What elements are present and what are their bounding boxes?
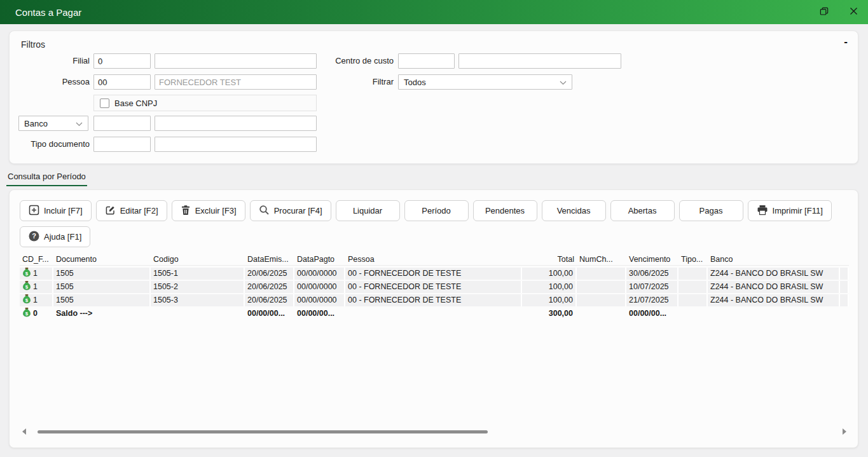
cell-codigo: 1505-3 xyxy=(151,294,245,306)
titlebar: Contas a Pagar xyxy=(0,0,868,24)
money-bag-icon: $ xyxy=(22,308,31,320)
cell-documento: 1505 xyxy=(53,281,151,293)
tab-active-indicator xyxy=(6,185,87,186)
banco-field-dropdown[interactable]: Banco xyxy=(18,116,88,131)
procurar-button[interactable]: Procurar [F4] xyxy=(250,200,331,221)
money-bag-icon: $ xyxy=(22,281,31,293)
cell-vencimento: 21/07/2025 xyxy=(626,294,679,306)
table-row[interactable]: $ 1 1505 1505-2 20/06/2025 00/00/0000 00… xyxy=(20,280,849,294)
filial-code-input[interactable] xyxy=(93,53,151,69)
cell-codigo: 1505-1 xyxy=(151,268,245,280)
restore-button[interactable] xyxy=(809,0,839,24)
ajuda-button[interactable]: ? Ajuda [F1] xyxy=(20,226,90,247)
centro-custo-label: Centro de custo xyxy=(273,53,394,69)
table-header: CD_F... Documento Codigo DataEmis... Dat… xyxy=(20,254,849,266)
help-icon: ? xyxy=(29,231,39,243)
cell-pessoa: 00 - FORNECEDOR DE TESTE xyxy=(345,268,522,280)
cell-numch xyxy=(577,268,626,280)
cell-dataemis: 00/00/00... xyxy=(245,308,294,320)
incluir-button[interactable]: Incluir [F7] xyxy=(20,200,92,221)
cell-spacer xyxy=(840,268,849,280)
col-header-datapagto[interactable]: DataPagto xyxy=(294,255,345,264)
col-header-dataemis[interactable]: DataEmis... xyxy=(245,255,294,264)
cd-value: 1 xyxy=(33,294,38,306)
window-controls xyxy=(809,0,868,24)
cell-tipo xyxy=(679,281,708,293)
table-row[interactable]: $ 1 1505 1505-3 20/06/2025 00/00/0000 00… xyxy=(20,294,849,307)
tipo-documento-code-input[interactable] xyxy=(93,137,151,152)
cell-total: 100,00 xyxy=(522,268,577,280)
filtrar-dropdown[interactable]: Todos xyxy=(398,74,572,90)
cell-documento: 1505 xyxy=(53,294,151,306)
cell-vencimento: 10/07/2025 xyxy=(626,281,679,293)
excluir-button[interactable]: Excluir [F3] xyxy=(172,200,245,221)
edit-icon xyxy=(105,205,116,217)
scrollbar-thumb[interactable] xyxy=(38,430,488,433)
vencidas-button[interactable]: Vencidas xyxy=(542,200,606,221)
tab-consulta-por-periodo[interactable]: Consulta por Período xyxy=(6,170,87,186)
cell-documento: Saldo ---> xyxy=(53,308,151,320)
restore-icon xyxy=(820,7,829,18)
money-bag-icon: $ xyxy=(22,294,31,306)
filtrar-selected-value: Todos xyxy=(404,78,426,87)
cell-total: 300,00 xyxy=(522,308,577,320)
printer-icon xyxy=(757,205,768,217)
banco-selected-value: Banco xyxy=(24,119,48,128)
cell-numch xyxy=(577,281,626,293)
cell-total: 100,00 xyxy=(522,294,577,306)
pessoa-code-input[interactable] xyxy=(93,74,151,90)
close-button[interactable] xyxy=(839,0,868,24)
col-header-numch[interactable]: NumCh... xyxy=(577,255,626,264)
centro-custo-code-input[interactable] xyxy=(398,53,455,69)
table-row[interactable]: $ 1 1505 1505-1 20/06/2025 00/00/0000 00… xyxy=(20,267,849,280)
close-icon xyxy=(850,7,858,17)
scroll-right-icon[interactable] xyxy=(840,426,849,437)
cell-codigo: 1505-2 xyxy=(151,281,245,293)
banco-name-input[interactable] xyxy=(155,116,317,131)
filtrar-label: Filtrar xyxy=(273,74,394,90)
banco-code-input[interactable] xyxy=(93,116,151,131)
toolbar-row-2: ? Ajuda [F1] xyxy=(20,226,90,247)
window-title: Contas a Pagar xyxy=(15,7,81,18)
cell-codigo xyxy=(151,308,245,320)
col-header-codigo[interactable]: Codigo xyxy=(151,255,245,264)
cell-datapagto: 00/00/0000 xyxy=(294,281,345,293)
pagas-button[interactable]: Pagas xyxy=(679,200,743,221)
col-header-vencimento[interactable]: Vencimento xyxy=(626,255,679,264)
cell-spacer xyxy=(840,281,849,293)
saldo-row: $ 0 Saldo ---> 00/00/00... 00/00/00... 3… xyxy=(20,307,849,320)
cell-tipo xyxy=(679,308,708,320)
cell-spacer xyxy=(840,308,849,320)
centro-custo-name-input[interactable] xyxy=(458,53,621,69)
liquidar-button[interactable]: Liquidar xyxy=(336,200,400,221)
filters-panel-title: Filtros xyxy=(21,39,45,50)
cell-numch xyxy=(577,294,626,306)
imprimir-button[interactable]: Imprimir [F11] xyxy=(748,200,832,221)
cell-vencimento: 30/06/2025 xyxy=(626,268,679,280)
col-header-tipo[interactable]: Tipo... xyxy=(679,255,708,264)
col-header-cdf[interactable]: CD_F... xyxy=(20,255,53,264)
scrollbar-track[interactable] xyxy=(29,426,840,437)
cell-dataemis: 20/06/2025 xyxy=(245,281,294,293)
scroll-left-icon[interactable] xyxy=(20,426,29,437)
collapse-filters-button[interactable]: - xyxy=(844,36,848,47)
base-cnpj-checkbox[interactable] xyxy=(100,99,109,108)
money-bag-icon: $ xyxy=(22,268,31,280)
abertas-button[interactable]: Abertas xyxy=(610,200,675,221)
col-header-total[interactable]: Total xyxy=(522,255,577,264)
tipo-documento-name-input[interactable] xyxy=(155,137,317,152)
cd-value: 1 xyxy=(33,268,38,280)
cell-tipo xyxy=(679,294,708,306)
toolbar-row-1: Incluir [F7] Editar [F2] Excluir [F3] xyxy=(20,200,832,221)
svg-text:$: $ xyxy=(25,270,29,276)
col-header-pessoa[interactable]: Pessoa xyxy=(345,255,522,264)
periodo-button[interactable]: Período xyxy=(404,200,469,221)
results-panel: Incluir [F7] Editar [F2] Excluir [F3] xyxy=(9,189,858,448)
cell-total: 100,00 xyxy=(522,281,577,293)
filters-panel: Filtros - Filial Centro de custo Pessoa … xyxy=(9,31,858,164)
cd-value: 1 xyxy=(33,281,38,293)
editar-button[interactable]: Editar [F2] xyxy=(96,200,167,221)
pendentes-button[interactable]: Pendentes xyxy=(473,200,537,221)
col-header-documento[interactable]: Documento xyxy=(53,255,151,264)
col-header-banco[interactable]: Banco xyxy=(708,255,840,264)
